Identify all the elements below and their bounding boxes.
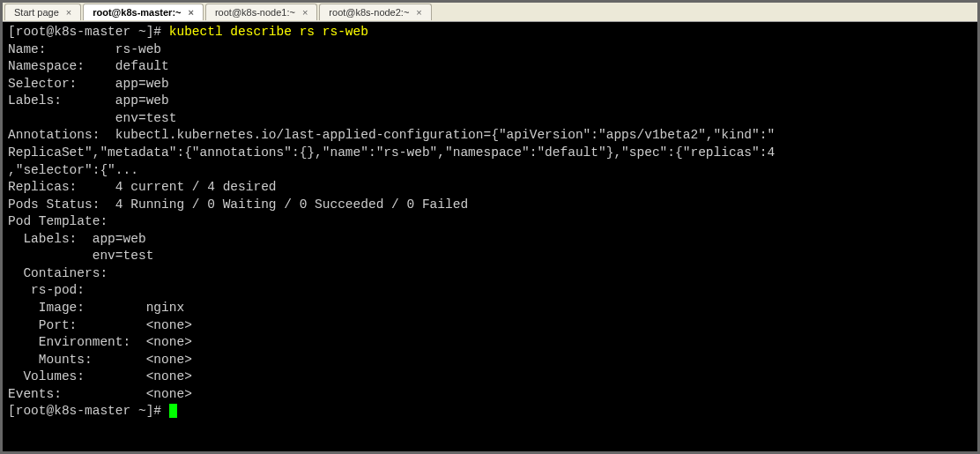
prompt: [root@k8s-master ~]#	[8, 25, 169, 39]
tab-k8s-node1[interactable]: root@k8s-node1:~ ×	[205, 4, 317, 20]
close-icon[interactable]: ×	[187, 7, 196, 18]
output-line: Image: nginx	[8, 301, 184, 315]
output-line: ,"selector":{"...	[8, 163, 138, 177]
close-icon[interactable]: ×	[64, 7, 73, 18]
output-line: Selector: app=web	[8, 77, 169, 91]
output-line: Mounts: <none>	[8, 353, 192, 367]
tab-k8s-master[interactable]: root@k8s-master:~ ×	[83, 4, 204, 20]
tab-label: root@k8s-master:~	[93, 7, 181, 18]
output-line: Containers:	[8, 266, 108, 280]
tab-label: root@k8s-node1:~	[215, 7, 295, 18]
output-line: Annotations: kubectl.kubernetes.io/last-…	[8, 128, 775, 142]
output-line: Replicas: 4 current / 4 desired	[8, 180, 277, 194]
output-line: Pods Status: 4 Running / 0 Waiting / 0 S…	[8, 197, 468, 212]
prompt: [root@k8s-master ~]#	[8, 404, 169, 418]
output-line: Environment: <none>	[8, 335, 192, 349]
command: kubectl describe rs rs-web	[169, 25, 368, 39]
output-line: Labels: app=web	[8, 232, 146, 246]
output-line: Volumes: <none>	[8, 369, 192, 383]
tab-start-page[interactable]: Start page ×	[4, 4, 81, 20]
output-line: ReplicaSet","metadata":{"annotations":{}…	[8, 145, 775, 160]
output-line: Port: <none>	[8, 318, 192, 332]
close-icon[interactable]: ×	[414, 7, 423, 18]
output-line: Name: rs-web	[8, 42, 161, 56]
tab-label: root@k8s-node2:~	[329, 7, 409, 18]
close-icon[interactable]: ×	[301, 7, 309, 18]
tab-bar: Start page × root@k8s-master:~ × root@k8…	[3, 3, 977, 22]
output-line: env=test	[8, 249, 153, 263]
tab-label: Start page	[14, 7, 59, 18]
output-line: Events: <none>	[8, 387, 192, 401]
cursor-icon	[169, 404, 177, 418]
terminal[interactable]: [root@k8s-master ~]# kubectl describe rs…	[3, 22, 977, 451]
output-line: env=test	[8, 111, 176, 125]
tab-k8s-node2[interactable]: root@k8s-node2:~ ×	[319, 4, 431, 20]
output-line: Pod Template:	[8, 214, 108, 228]
output-line: Labels: app=web	[8, 93, 169, 108]
output-line: Namespace: default	[8, 59, 169, 73]
output-line: rs-pod:	[8, 283, 85, 297]
